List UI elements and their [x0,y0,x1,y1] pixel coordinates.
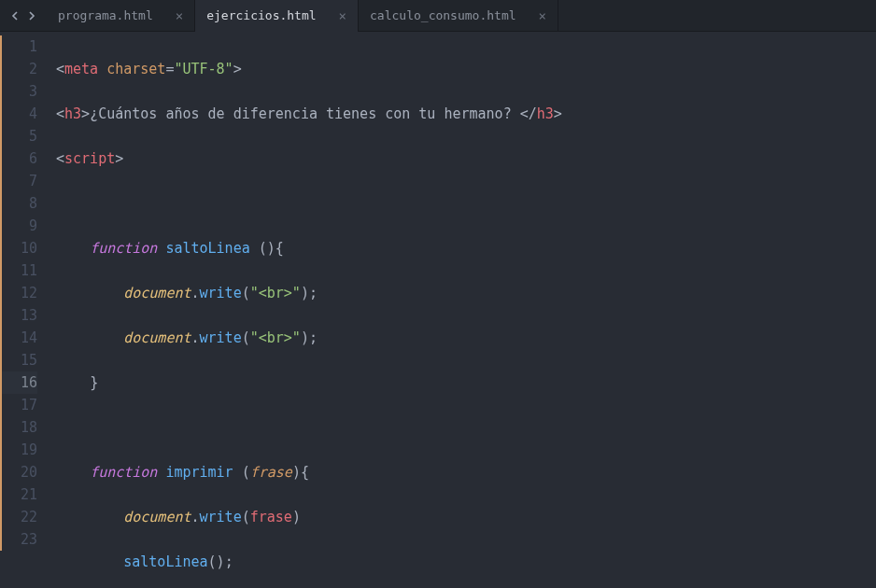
code-line: function saltoLinea (){ [56,237,876,259]
code-editor[interactable]: 1 2 3 4 5 6 7 8 9 10 11 12 13 14 15 16 1… [0,32,876,588]
code-line: } [56,371,876,394]
line-number: 8 [0,192,37,215]
code-line: <h3>¿Cuántos años de diferencia tienes c… [56,103,876,125]
line-number: 14 [0,327,37,349]
line-number: 6 [0,147,37,170]
line-number: 1 [0,35,37,58]
code-line: document.write("<br>"); [56,327,876,349]
code-line: saltoLinea(); [56,551,876,573]
line-number: 5 [0,125,37,147]
tab-label: calculo_consumo.html [370,8,516,22]
line-number: 23 [0,528,37,551]
code-line: document.write("<br>"); [56,282,876,304]
close-icon[interactable]: × [539,9,546,22]
tab-calculo-consumo[interactable]: calculo_consumo.html × [359,0,558,32]
line-number: 12 [0,282,37,304]
git-modified-bar [0,35,2,551]
tab-ejercicios[interactable]: ejercicios.html × [195,0,359,32]
code-line: <script> [56,147,876,170]
line-number: 7 [0,170,37,192]
line-number: 18 [0,416,37,439]
line-number: 4 [0,103,37,125]
tab-label: ejercicios.html [206,8,316,22]
code-line [56,416,876,439]
close-icon[interactable]: × [176,9,183,22]
close-icon[interactable]: × [339,9,346,22]
line-number: 9 [0,215,37,237]
line-number: 10 [0,237,37,259]
code-line: function imprimir (frase){ [56,461,876,483]
line-number: 2 [0,58,37,80]
line-number: 16 [0,371,37,394]
line-number-gutter: 1 2 3 4 5 6 7 8 9 10 11 12 13 14 15 16 1… [0,32,56,588]
line-number: 3 [0,80,37,103]
code-line: <meta charset="UTF-8"> [56,58,876,80]
line-number: 17 [0,394,37,416]
tab-nav-arrows [0,8,47,23]
tab-programa[interactable]: programa.html × [47,0,195,32]
line-number: 19 [0,439,37,461]
tab-bar: programa.html × ejercicios.html × calcul… [0,0,876,32]
line-number: 13 [0,304,37,327]
code-line: document.write(frase) [56,506,876,528]
line-number: 22 [0,506,37,528]
tab-label: programa.html [58,8,153,22]
line-number: 11 [0,259,37,282]
nav-back-icon[interactable] [7,8,22,23]
nav-forward-icon[interactable] [24,8,39,23]
code-line [56,192,876,215]
code-content[interactable]: <meta charset="UTF-8"> <h3>¿Cuántos años… [56,32,876,588]
line-number: 15 [0,349,37,371]
line-number: 21 [0,483,37,506]
line-number: 20 [0,461,37,483]
